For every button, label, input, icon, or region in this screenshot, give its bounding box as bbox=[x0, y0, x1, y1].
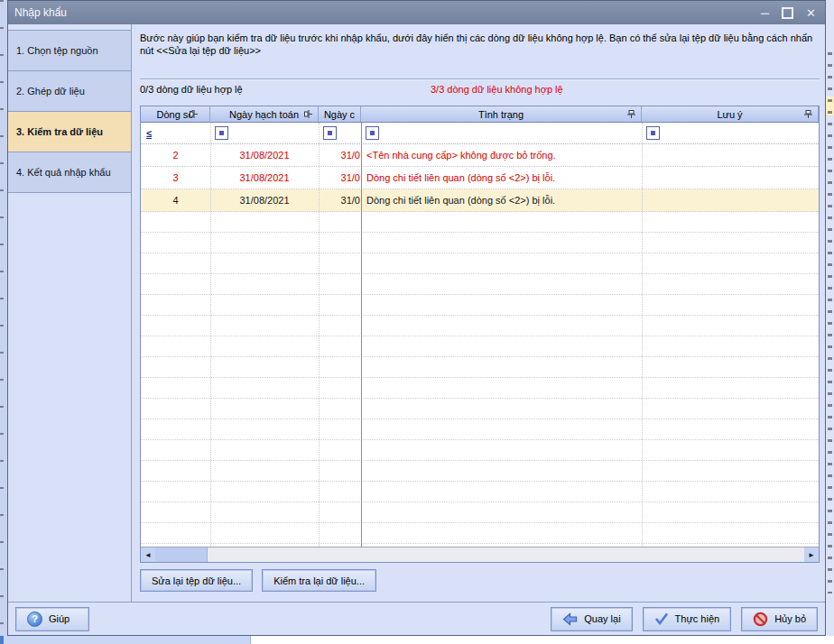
filter-condition-icon[interactable] bbox=[366, 126, 379, 140]
cell-line-number: 3 bbox=[141, 167, 210, 189]
filter-cell-status[interactable] bbox=[361, 123, 642, 143]
filter-cell-doc-date[interactable] bbox=[319, 123, 361, 143]
empty-grid-row bbox=[141, 378, 819, 399]
column-header-status[interactable]: Tình trạng bbox=[361, 106, 642, 122]
scroll-right-icon[interactable]: ► bbox=[804, 547, 819, 562]
sidebar-item-step3-check-data[interactable]: 3. Kiểm tra dữ liệu bbox=[8, 111, 131, 152]
empty-grid-row bbox=[141, 295, 819, 316]
background-highlight-fragment bbox=[826, 97, 834, 115]
help-button-label: Giúp bbox=[49, 613, 70, 624]
divider bbox=[140, 78, 820, 80]
sidebar-item-step4-import-result[interactable]: 4. Kết quả nhập khẩu bbox=[8, 152, 131, 193]
sidebar-item-step1-choose-file[interactable]: 1. Chọn tệp nguồn bbox=[8, 30, 131, 71]
execute-button[interactable]: Thực hiện bbox=[643, 607, 732, 631]
back-button-label: Quay lại bbox=[584, 613, 620, 624]
cell-doc-date: 31/0 bbox=[319, 144, 361, 166]
cancel-button[interactable]: Hủy bỏ bbox=[741, 607, 818, 631]
empty-grid-row bbox=[141, 482, 819, 502]
filter-cell-note[interactable] bbox=[642, 123, 819, 143]
table-row[interactable]: 2 31/08/2021 31/0 <Tên nhà cung cấp> khô… bbox=[141, 144, 819, 167]
filter-condition-icon[interactable] bbox=[323, 126, 337, 140]
empty-grid-row bbox=[141, 336, 819, 357]
empty-grid-row bbox=[141, 253, 819, 274]
dialog-title: Nhập khẩu bbox=[14, 6, 67, 19]
dialog-footer: ? Giúp Quay lại Thực hiện bbox=[8, 602, 825, 635]
pin-icon[interactable] bbox=[189, 109, 199, 119]
help-icon: ? bbox=[27, 612, 42, 627]
table-row[interactable]: 3 31/08/2021 31/0 Dòng chi tiết liên qua… bbox=[141, 167, 819, 189]
scrollbar-thumb[interactable] bbox=[155, 547, 208, 562]
grid-horizontal-scrollbar[interactable]: ◄ ► bbox=[141, 547, 819, 562]
help-button[interactable]: ? Giúp bbox=[15, 607, 89, 631]
fix-file-button[interactable]: Sửa lại tệp dữ liệu... bbox=[140, 569, 253, 592]
column-divider bbox=[642, 123, 643, 547]
cell-status: Dòng chi tiết liên quan (dòng số <2>) bị… bbox=[361, 167, 642, 189]
column-header-label: Ngày c bbox=[324, 109, 355, 120]
valid-count-label: 0/3 dòng dữ liệu hợp lệ bbox=[140, 84, 243, 95]
check-icon bbox=[654, 612, 669, 626]
empty-grid-row bbox=[141, 274, 819, 295]
cell-status: Dòng chi tiết liên quan (dòng số <2>) bị… bbox=[361, 189, 642, 211]
grid-filter-row: ≤ bbox=[141, 123, 819, 144]
column-header-label: Lưu ý bbox=[717, 109, 742, 120]
validation-status-line: 0/3 dòng dữ liệu hợp lệ 3/3 dòng dữ liệu… bbox=[140, 84, 820, 98]
close-icon[interactable]: ✕ bbox=[806, 7, 816, 19]
grid-action-buttons: Sửa lại tệp dữ liệu... Kiểm tra lại dữ l… bbox=[140, 569, 376, 592]
filter-condition-icon[interactable] bbox=[215, 126, 228, 140]
validation-grid: Dòng số Ngày hạch toán bbox=[140, 106, 820, 563]
cancel-button-label: Hủy bỏ bbox=[774, 613, 806, 624]
pin-icon[interactable] bbox=[803, 109, 813, 119]
maximize-icon[interactable] bbox=[782, 7, 793, 19]
pin-icon[interactable] bbox=[626, 109, 636, 119]
back-arrow-icon bbox=[562, 612, 578, 626]
empty-grid-row bbox=[141, 523, 819, 544]
cell-doc-date: 31/0 bbox=[319, 189, 361, 211]
column-divider bbox=[319, 123, 320, 547]
empty-grid-row bbox=[141, 502, 819, 523]
filter-cell-posting-date[interactable] bbox=[210, 123, 319, 143]
empty-grid-row bbox=[141, 233, 819, 253]
empty-grid-row bbox=[141, 357, 819, 378]
empty-grid-row bbox=[141, 440, 819, 461]
column-header-note[interactable]: Lưu ý bbox=[642, 106, 819, 122]
dialog-body: 1. Chọn tệp nguồn 2. Ghép dữ liệu 3. Kiể… bbox=[8, 24, 825, 602]
empty-grid-row bbox=[141, 212, 819, 233]
step-description: Bước này giúp bạn kiểm tra dữ liệu trước… bbox=[140, 32, 822, 57]
cell-status: <Tên nhà cung cấp> không được bỏ trống. bbox=[361, 144, 642, 166]
cell-line-number: 4 bbox=[141, 189, 210, 211]
cell-note bbox=[642, 189, 819, 211]
step-content: Bước này giúp bạn kiểm tra dữ liệu trước… bbox=[132, 24, 825, 602]
execute-button-label: Thực hiện bbox=[675, 613, 720, 624]
dialog-titlebar[interactable]: Nhập khẩu ─ ✕ bbox=[8, 1, 825, 24]
fixed-column-divider bbox=[361, 123, 362, 547]
cell-posting-date: 31/08/2021 bbox=[210, 189, 319, 211]
filter-operator-icon[interactable]: ≤ bbox=[145, 128, 152, 139]
column-header-line-number[interactable]: Dòng số bbox=[141, 106, 210, 122]
empty-grid-row bbox=[141, 461, 819, 482]
column-header-posting-date[interactable]: Ngày hạch toán bbox=[210, 106, 319, 122]
grid-header-row: Dòng số Ngày hạch toán bbox=[141, 106, 819, 123]
pin-icon[interactable] bbox=[303, 109, 313, 119]
step-label: 2. Ghép dữ liệu bbox=[16, 86, 85, 97]
column-header-label: Ngày hạch toán bbox=[229, 109, 299, 120]
cancel-icon bbox=[753, 612, 768, 627]
back-button[interactable]: Quay lại bbox=[551, 607, 632, 631]
footer-action-buttons: Quay lại Thực hiện Hủy bỏ bbox=[551, 607, 818, 631]
window-controls: ─ ✕ bbox=[761, 7, 821, 19]
column-header-doc-date[interactable]: Ngày c bbox=[319, 106, 361, 122]
scroll-left-icon[interactable]: ◄ bbox=[141, 547, 155, 562]
background-app-right-strip bbox=[826, 0, 834, 644]
step-label: 1. Chọn tệp nguồn bbox=[16, 45, 98, 56]
minimize-icon[interactable]: ─ bbox=[761, 7, 769, 19]
sidebar-item-step2-map-data[interactable]: 2. Ghép dữ liệu bbox=[8, 70, 131, 112]
filter-cell-line-number[interactable]: ≤ bbox=[141, 123, 210, 143]
cell-note bbox=[642, 167, 819, 189]
column-header-label: Tình trạng bbox=[478, 109, 524, 120]
cell-posting-date: 31/08/2021 bbox=[210, 167, 319, 189]
import-dialog: Nhập khẩu ─ ✕ 1. Chọn tệp nguồn 2. Ghép … bbox=[7, 0, 826, 636]
recheck-button[interactable]: Kiểm tra lại dữ liệu... bbox=[262, 569, 376, 592]
table-row-selected[interactable]: 4 31/08/2021 31/0 Dòng chi tiết liên qua… bbox=[141, 189, 819, 212]
wizard-steps-sidebar: 1. Chọn tệp nguồn 2. Ghép dữ liệu 3. Kiể… bbox=[8, 24, 132, 602]
cell-posting-date: 31/08/2021 bbox=[210, 144, 319, 166]
filter-condition-icon[interactable] bbox=[646, 126, 660, 140]
